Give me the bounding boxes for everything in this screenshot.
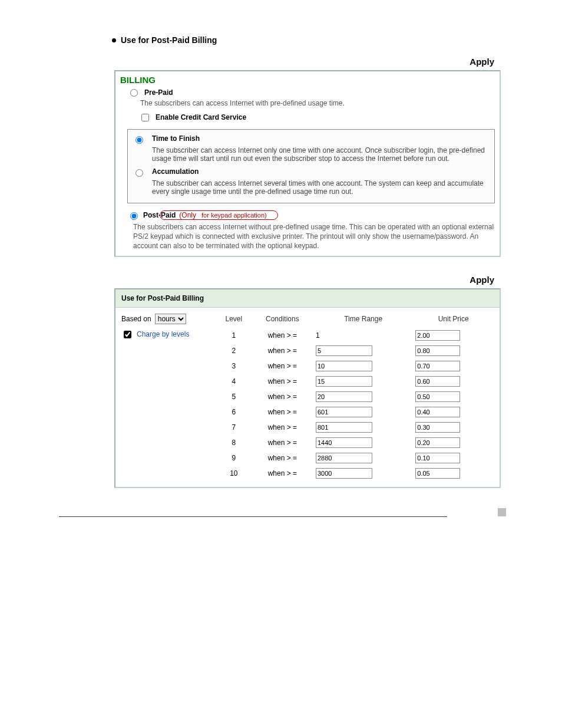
postpaid-row: Post-Paid (Only for keypad application) [115, 207, 500, 221]
postpaid-highlight: for keypad application) [160, 210, 278, 220]
condition-cell: when > = [252, 466, 313, 481]
postpaid-billing-title: Use for Post-Paid Billing [115, 289, 500, 308]
timerange-input[interactable] [316, 345, 372, 356]
level-cell: 6 [216, 404, 252, 420]
enable-cc-row: Enable Credit Card Service [115, 111, 500, 126]
condition-cell: when > = [252, 420, 313, 435]
timerange-cell [313, 450, 413, 466]
level-cell: 1 [216, 328, 252, 343]
level-cell: 2 [216, 343, 252, 358]
th-unitprice: Unit Price [413, 311, 494, 328]
enable-cc-checkbox[interactable] [141, 114, 149, 121]
postpaid-desc: The subscribers can access Internet with… [115, 221, 500, 256]
level-cell: 8 [216, 435, 252, 450]
unitprice-input[interactable] [415, 376, 460, 387]
accumulation-desc: The subscriber can access Internet sever… [152, 179, 490, 196]
unitprice-input[interactable] [415, 468, 460, 479]
table-row: 5when > = [216, 389, 494, 404]
prepaid-radio[interactable] [130, 89, 138, 97]
postpaid-billing-panel: Use for Post-Paid Billing Based on hours… [114, 288, 501, 488]
prepaid-label: Pre-Paid [144, 88, 173, 97]
unitprice-input[interactable] [415, 437, 460, 448]
postpaid-radio[interactable] [130, 212, 138, 220]
timerange-cell [313, 466, 413, 481]
table-row: 6when > = [216, 404, 494, 420]
table-row: 2when > = [216, 343, 494, 358]
charge-by-levels-label: Charge by levels [137, 330, 189, 338]
timerange-cell [313, 358, 413, 374]
timerange-input[interactable] [316, 422, 372, 433]
unitprice-cell [413, 389, 494, 404]
billing-panel: BILLING Pre-Paid The subscribers can acc… [114, 70, 501, 257]
unitprice-input[interactable] [415, 361, 460, 371]
unitprice-input[interactable] [415, 407, 460, 417]
unitprice-cell [413, 404, 494, 420]
charge-by-levels-row: Charge by levels [121, 329, 213, 340]
timerange-cell [313, 435, 413, 450]
time-to-finish-radio[interactable] [135, 136, 143, 144]
unitprice-input[interactable] [415, 391, 460, 402]
charge-by-levels-checkbox[interactable] [124, 331, 131, 338]
based-on-select[interactable]: hours [155, 314, 186, 324]
timerange-cell [313, 343, 413, 358]
table-row: 9when > = [216, 450, 494, 466]
table-row: 4when > = [216, 374, 494, 389]
timerange-input[interactable] [316, 361, 372, 371]
table-row: 1when > =1 [216, 328, 494, 343]
bullet-icon [112, 38, 116, 42]
th-conditions: Conditions [252, 311, 313, 328]
accumulation-radio[interactable] [135, 169, 143, 177]
timerange-input[interactable] [316, 391, 372, 402]
accumulation-block: Accumulation The subscriber can access I… [133, 165, 490, 198]
unitprice-cell [413, 343, 494, 358]
timerange-cell: 1 [313, 328, 413, 343]
based-on-label: Based on [121, 315, 151, 323]
table-row: 10when > = [216, 466, 494, 481]
level-cell: 3 [216, 358, 252, 374]
condition-cell: when > = [252, 328, 313, 343]
timerange-input[interactable] [316, 376, 372, 387]
apply-label-2[interactable]: Apply [112, 275, 503, 285]
unitprice-cell [413, 374, 494, 389]
table-row: 7when > = [216, 420, 494, 435]
levels-table: Level Conditions Time Range Unit Price 1… [216, 311, 494, 481]
timerange-input[interactable] [316, 453, 372, 463]
level-cell: 4 [216, 374, 252, 389]
condition-cell: when > = [252, 404, 313, 420]
table-row: 8when > = [216, 435, 494, 450]
timerange-cell [313, 374, 413, 389]
condition-cell: when > = [252, 389, 313, 404]
unitprice-input[interactable] [415, 422, 460, 433]
timerange-input[interactable] [316, 407, 372, 417]
level-cell: 7 [216, 420, 252, 435]
condition-cell: when > = [252, 343, 313, 358]
timerange-input[interactable] [316, 468, 372, 479]
prepaid-desc: The subscribers can access Internet with… [115, 99, 500, 111]
unitprice-input[interactable] [415, 453, 460, 463]
enable-cc-label: Enable Credit Card Service [156, 113, 246, 121]
time-to-finish-block: Time to Finish The subscriber can access… [133, 132, 490, 165]
accumulation-title: Accumulation [152, 167, 490, 176]
level-cell: 5 [216, 389, 252, 404]
time-to-finish-desc: The subscriber can access Internet only … [152, 146, 490, 163]
condition-cell: when > = [252, 435, 313, 450]
unitprice-cell [413, 450, 494, 466]
timerange-input[interactable] [316, 437, 372, 448]
table-row: 3when > = [216, 358, 494, 374]
unitprice-cell [413, 328, 494, 343]
page-marker [498, 508, 506, 516]
unitprice-input[interactable] [415, 330, 460, 341]
th-level: Level [216, 311, 252, 328]
condition-cell: when > = [252, 450, 313, 466]
th-timerange: Time Range [313, 311, 413, 328]
heading-text: Use for Post-Paid Billing [121, 35, 217, 45]
unitprice-input[interactable] [415, 345, 460, 356]
section-heading: Use for Post-Paid Billing [112, 35, 503, 45]
billing-title: BILLING [115, 71, 500, 86]
based-on-row: Based on hours [121, 314, 213, 324]
footer-rule [59, 516, 447, 517]
unitprice-cell [413, 420, 494, 435]
apply-label-1[interactable]: Apply [112, 57, 503, 67]
unitprice-cell [413, 358, 494, 374]
level-cell: 10 [216, 466, 252, 481]
